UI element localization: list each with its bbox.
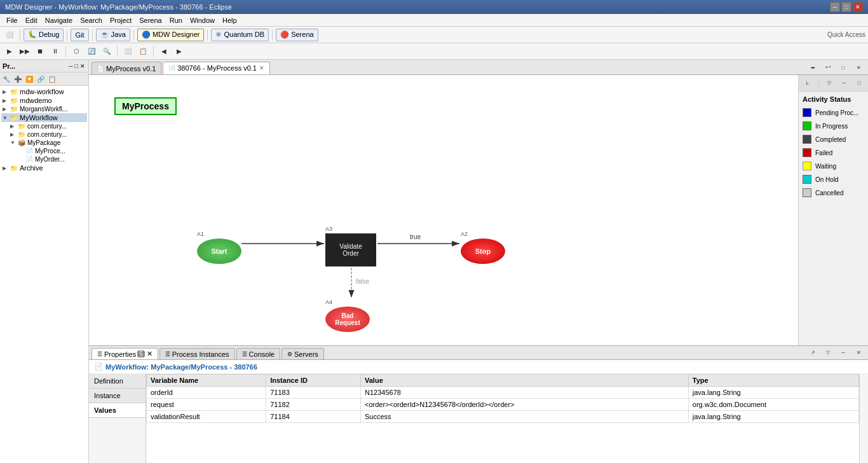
run-button[interactable]: ▶ [3, 45, 17, 59]
forward-button[interactable]: ▶ [172, 45, 186, 59]
editor-tab-bar: 📄 MyProcess v0.1 📄 380766 - MyProcess v0… [89, 60, 868, 75]
back-button[interactable]: ◀ [157, 45, 171, 59]
tree-item-myworkflow[interactable]: ▼ 📁 MyWorkflow [1, 113, 87, 122]
properties-table-container: Variable Name Instance ID Value Type ord… [146, 374, 859, 463]
status-color-pending [803, 108, 811, 117]
maximize-button[interactable]: □ [841, 2, 851, 12]
java-label[interactable]: ☕ Java [96, 29, 130, 41]
editor-tb-2[interactable]: ⮠ [821, 60, 835, 74]
editor-tb-4[interactable]: ✕ [851, 60, 865, 74]
col-instance-id: Instance ID [266, 375, 361, 387]
bottom-panel-btn3[interactable]: ─ [836, 345, 850, 359]
tab-instance-close[interactable]: ✕ [259, 65, 264, 71]
debug-label[interactable]: 🐛 Debug [24, 29, 64, 41]
right-panel-btn1[interactable]: L [801, 76, 814, 90]
tree-btn-1[interactable]: 🔧 [1, 74, 11, 84]
node-start[interactable]: A1 Start [197, 231, 241, 264]
tree-item-mypackage[interactable]: ▼ 📦 MyPackage [1, 139, 87, 147]
tree-item-com1[interactable]: ▶ 📁 com.century... [1, 122, 87, 130]
right-panel-btn4[interactable]: □ [853, 76, 865, 90]
editor-tb-3[interactable]: □ [836, 60, 850, 74]
tree-item-myorder[interactable]: ▶ 📄 MyOrder... [1, 155, 87, 163]
quantum-db-label[interactable]: ⚛ Quantum DB [211, 29, 269, 41]
table-scrollbar[interactable] [859, 374, 868, 463]
menu-window[interactable]: Window [186, 15, 219, 25]
tree-btn-4[interactable]: 🔗 [36, 74, 46, 84]
menu-bar: File Edit Navigate Search Project Serena… [0, 14, 868, 27]
node-bad-request[interactable]: A4 BadRequest [325, 299, 370, 332]
bottom-panel-btn1[interactable]: ↗ [806, 345, 820, 359]
tree-btn-2[interactable]: ➕ [13, 74, 23, 84]
table-row[interactable]: orderId 71183 N12345678 java.lang.String [147, 387, 859, 399]
mdw-designer-label[interactable]: 🔵 MDW Designer [137, 29, 205, 41]
tb-btn-3[interactable]: 🔍 [100, 45, 114, 59]
git-label[interactable]: Git [71, 29, 88, 41]
table-row[interactable]: validationResult 71184 Success java.lang… [147, 411, 859, 423]
properties-sidebar: Definition Instance Values [89, 374, 146, 463]
cell-id-2: 71184 [266, 411, 361, 423]
status-row-inprogress: In Progress [801, 120, 865, 132]
props-definition-btn[interactable]: Definition [89, 374, 146, 389]
menu-file[interactable]: File [3, 15, 22, 25]
panel-icons: ─ □ ✕ [68, 62, 86, 70]
tree-item-mdwdemo[interactable]: ▶ 📁 mdwdemo [1, 96, 87, 105]
props-values-btn[interactable]: Values [89, 403, 146, 418]
stop-run-button[interactable]: ⏹ [33, 45, 47, 59]
serena-label[interactable]: 🔴 Serena [276, 29, 318, 41]
tree-item-myprocess[interactable]: ▶ 📄 MyProce... [1, 147, 87, 155]
node-validate[interactable]: A3 ValidateOrder [325, 226, 376, 266]
tab-instance[interactable]: 📄 380766 - MyProcess v0.1 ✕ [163, 62, 270, 74]
tree-item-archive[interactable]: ▶ 📁 Archive [1, 163, 87, 172]
close-button[interactable]: ✕ [853, 2, 863, 12]
tree-item-morgans[interactable]: ▶ 📁 MorgansWorkfl... [1, 105, 87, 113]
tab-process-instances[interactable]: ☰ Process Instances [159, 348, 235, 359]
menu-edit[interactable]: Edit [22, 15, 41, 25]
bottom-panel-btn2[interactable]: ▽ [821, 345, 835, 359]
menu-run[interactable]: Run [166, 15, 186, 25]
toolbar-secondary: ▶ ▶▶ ⏹ ⏸ ⬡ 🔄 🔍 ⬜ 📋 ◀ ▶ [0, 43, 868, 60]
properties-tab-icon: ☰ [97, 351, 102, 357]
quick-access-label: Quick Access [827, 31, 865, 38]
process-title: MyProcess [114, 97, 177, 115]
right-panel-btn3[interactable]: ─ [838, 76, 851, 90]
props-instance-btn[interactable]: Instance [89, 389, 146, 403]
status-label-waiting: Waiting [815, 163, 836, 170]
tab-servers[interactable]: ⚙ Servers [281, 348, 324, 359]
tb-btn-2[interactable]: 🔄 [85, 45, 98, 59]
tree-btn-5[interactable]: 📋 [47, 74, 57, 84]
menu-search[interactable]: Search [76, 15, 106, 25]
panel-maximize-icon[interactable]: □ [74, 62, 79, 70]
tab-properties-close[interactable]: ✕ [147, 350, 153, 358]
menu-navigate[interactable]: Navigate [41, 15, 76, 25]
right-panel-btn2[interactable]: ▽ [823, 76, 836, 90]
panel-minimize-icon[interactable]: ─ [68, 62, 73, 70]
menu-help[interactable]: Help [219, 15, 241, 25]
tb-btn-5[interactable]: 📋 [136, 45, 150, 59]
tree-item-com2[interactable]: ▶ 📁 com.century... [1, 130, 87, 139]
pause-button[interactable]: ⏸ [48, 45, 62, 59]
cell-type-0: java.lang.String [688, 387, 858, 399]
menu-project[interactable]: Project [106, 15, 135, 25]
tb-btn-4[interactable]: ⬜ [121, 45, 135, 59]
panel-close-icon[interactable]: ✕ [79, 62, 86, 70]
tab-myprocess[interactable]: 📄 MyProcess v0.1 [92, 62, 161, 74]
bottom-panel-btn4[interactable]: ✕ [851, 345, 865, 359]
new-button[interactable]: ⬜ [3, 28, 17, 42]
minimize-button[interactable]: ─ [830, 2, 840, 12]
tab-console[interactable]: ☰ Console [236, 348, 280, 359]
node-start-id: A1 [197, 231, 241, 237]
tab-properties[interactable]: ☰ Properties 5 ✕ [92, 348, 158, 359]
editor-tb-1[interactable]: ⬅ [806, 60, 820, 74]
run2-button[interactable]: ▶▶ [18, 45, 32, 59]
tab-console-label: Console [249, 350, 275, 358]
tb-btn-1[interactable]: ⬡ [69, 45, 83, 59]
menu-serena[interactable]: Serena [135, 15, 165, 25]
status-color-inprogress [803, 121, 811, 130]
table-row[interactable]: request 71182 <order><orderId>N12345678<… [147, 399, 859, 411]
left-panel-title: Pr... [3, 62, 15, 70]
tree-btn-3[interactable]: 🔽 [24, 74, 34, 84]
node-stop[interactable]: A2 Stop [461, 231, 505, 264]
sep2 [67, 29, 67, 41]
status-label-onhold: On Hold [815, 176, 839, 183]
tree-item-mdw-workflow[interactable]: ▶ 📁 mdw-workflow [1, 87, 87, 96]
